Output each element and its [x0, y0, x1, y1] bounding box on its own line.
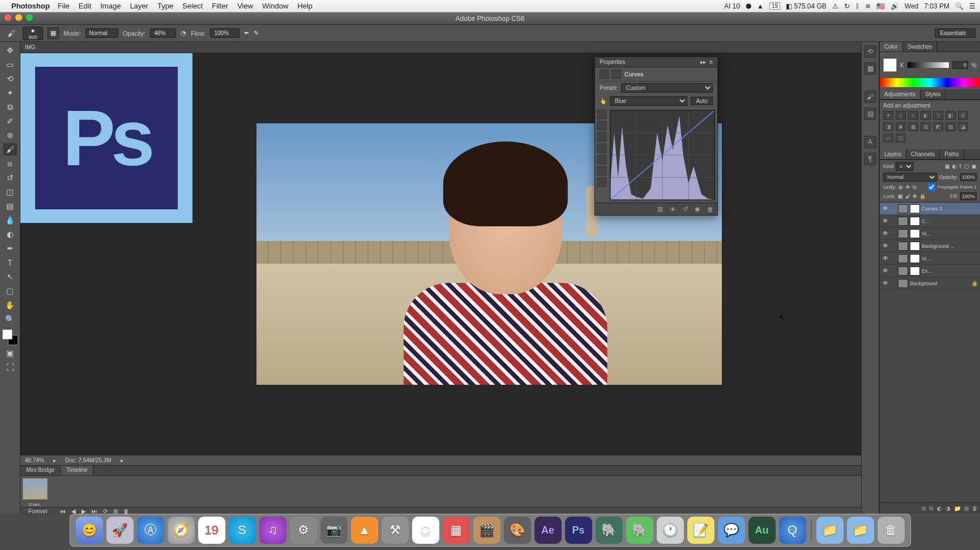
tab-mini-bridge[interactable]: Mini Bridge	[20, 466, 61, 475]
filter-smart-icon[interactable]: ▣	[972, 164, 977, 169]
delete-adj-icon[interactable]: 🗑	[706, 205, 714, 213]
tablet-pressure-icon[interactable]: ✎	[254, 29, 259, 37]
wifi-icon[interactable]: ≋	[865, 2, 871, 10]
adj-curves-icon[interactable]: ∿	[908, 111, 918, 120]
layer-opacity-field[interactable]: 100%	[960, 173, 977, 181]
layer-name[interactable]: Vi...	[922, 256, 978, 261]
history-brush-tool[interactable]: ↺	[3, 171, 17, 184]
airbrush-icon[interactable]: ✒	[244, 29, 249, 37]
clip-to-layer-icon[interactable]: ▥	[656, 205, 664, 213]
dock-messages[interactable]: 💬	[718, 517, 745, 544]
blur-tool[interactable]: 💧	[3, 214, 17, 226]
dock-appstore[interactable]: Ⓐ	[137, 517, 164, 544]
flow-field[interactable]: 100%	[210, 28, 239, 38]
foreground-color[interactable]	[2, 329, 12, 340]
brush-tool[interactable]: 🖌	[3, 143, 17, 156]
app-menu[interactable]: Photoshop	[11, 2, 50, 10]
layer-row[interactable]: 👁Ex...	[880, 265, 980, 277]
layer-row[interactable]: 👁Vi...	[880, 252, 980, 265]
layer-name[interactable]: C...	[922, 218, 978, 224]
layer-mask-icon[interactable]: ◐	[937, 505, 942, 512]
zoom-tool[interactable]: 🔍	[3, 313, 17, 325]
layer-name[interactable]: Background ...	[922, 243, 978, 249]
filter-pixel-icon[interactable]: ▦	[945, 164, 950, 169]
lasso-tool[interactable]: ⟲	[3, 72, 17, 85]
menu-view[interactable]: View	[237, 2, 253, 10]
pen-tool[interactable]: ✒	[3, 242, 17, 255]
document-tab[interactable]: IMG	[20, 42, 861, 53]
propagate-checkbox[interactable]	[928, 183, 935, 191]
color-ramp[interactable]	[880, 78, 980, 87]
quick-mask-icon[interactable]: ▣	[3, 347, 17, 359]
history-panel-icon[interactable]: ⟲	[864, 45, 876, 58]
black-point-icon[interactable]	[597, 144, 606, 153]
window-minimize-button[interactable]	[15, 14, 22, 21]
character-panel-icon[interactable]: A	[864, 136, 876, 148]
on-image-tool-icon[interactable]	[597, 110, 606, 119]
brush-preset-picker[interactable]: ● 800	[23, 27, 43, 40]
k-value-field[interactable]	[952, 61, 968, 69]
path-tool[interactable]: ↖	[3, 270, 17, 283]
menu-window[interactable]: Window	[262, 2, 288, 10]
crop-tool[interactable]: ⧉	[3, 101, 17, 113]
curve-histogram[interactable]	[610, 110, 715, 200]
healing-tool[interactable]: ⊛	[3, 129, 17, 141]
smooth-icon[interactable]	[597, 178, 606, 187]
blend-mode-dropdown[interactable]: Normal	[85, 28, 118, 38]
actions-panel-icon[interactable]: ▦	[864, 62, 876, 75]
tab-swatches[interactable]: Swatches	[903, 42, 937, 51]
unify-style-icon[interactable]: fx	[913, 184, 917, 190]
paragraph-panel-icon[interactable]: ¶	[864, 153, 876, 165]
brush-panel-toggle-icon[interactable]: ▦	[48, 28, 59, 39]
toggle-visibility-icon[interactable]: ◉	[694, 205, 701, 213]
dock-photobooth[interactable]: 📷	[320, 517, 348, 544]
layer-row[interactable]: 👁C...	[880, 215, 980, 227]
first-frame-icon[interactable]: ⏮	[60, 508, 66, 514]
dock-clock[interactable]: 🕐	[657, 517, 684, 544]
layer-visibility-icon[interactable]: 👁	[882, 205, 889, 212]
filter-adj-icon[interactable]: ◐	[952, 164, 957, 169]
color-swatches[interactable]	[2, 329, 18, 345]
adj-gradient-map-icon[interactable]: ▭	[883, 134, 893, 143]
menu-edit[interactable]: Edit	[79, 2, 91, 10]
layer-visibility-icon[interactable]: 👁	[882, 230, 889, 237]
layer-row[interactable]: 👁Background ...	[880, 240, 980, 252]
unify-position-icon[interactable]: ⊕	[898, 184, 903, 190]
dock-chrome[interactable]: ◉	[412, 517, 439, 544]
layer-visibility-icon[interactable]: 👁	[882, 255, 889, 262]
adj-selective-color-icon[interactable]: ◫	[896, 134, 906, 143]
new-group-icon[interactable]: 📁	[954, 505, 961, 512]
dock-app4[interactable]: 🎨	[504, 517, 531, 544]
tab-adjustments[interactable]: Adjustments	[880, 89, 921, 99]
dock-calendar[interactable]: 19	[198, 517, 225, 544]
layer-mask-thumb[interactable]	[910, 204, 920, 213]
filter-type-icon[interactable]: T	[959, 164, 962, 169]
notification-center-icon[interactable]: ☰	[969, 2, 975, 10]
warning-icon[interactable]: ⚠	[832, 2, 838, 10]
tab-styles[interactable]: Styles	[921, 89, 945, 99]
adj-exposure-icon[interactable]: ◐	[921, 111, 931, 120]
input-source-icon[interactable]: 🇺🇸	[876, 2, 885, 10]
menu-help[interactable]: Help	[297, 2, 313, 10]
color-swatch[interactable]	[883, 58, 897, 72]
layer-thumb[interactable]	[898, 217, 908, 226]
notification-icon[interactable]: ▲	[757, 2, 764, 10]
layer-visibility-icon[interactable]: 👁	[882, 280, 889, 287]
layer-name[interactable]: Curves 2	[922, 206, 978, 212]
layer-mask-thumb[interactable]	[910, 217, 920, 226]
doc-info-arrow[interactable]: ▸	[121, 457, 123, 463]
canvas-viewport[interactable]: Ps	[20, 53, 861, 455]
menu-type[interactable]: Type	[157, 2, 173, 10]
calendar-menu-icon[interactable]: 19	[769, 2, 780, 10]
tab-channels[interactable]: Channels	[906, 149, 940, 159]
adj-levels-icon[interactable]: ⫴	[896, 111, 906, 120]
dock-folder1[interactable]: 📁	[816, 517, 844, 544]
reset-icon[interactable]: ↺	[681, 205, 689, 213]
k-slider[interactable]	[908, 62, 949, 68]
adj-channel-mixer-icon[interactable]: ▦	[908, 122, 918, 131]
layer-mask-thumb[interactable]	[910, 229, 920, 238]
volume-icon[interactable]: 🔊	[891, 2, 899, 10]
tab-layers[interactable]: Layers	[880, 149, 906, 159]
delete-layer-icon[interactable]: 🗑	[972, 505, 978, 512]
lock-position-icon[interactable]: ✥	[913, 194, 917, 199]
